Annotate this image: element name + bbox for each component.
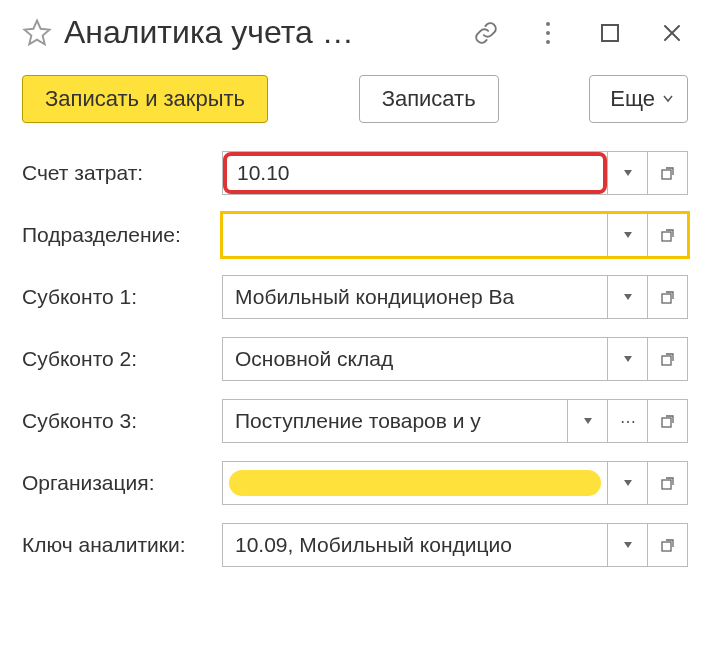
input-analytics-key[interactable] bbox=[223, 524, 607, 566]
open-icon[interactable] bbox=[647, 214, 687, 256]
field-cost-account bbox=[222, 151, 688, 195]
svg-point-2 bbox=[546, 31, 550, 35]
input-organization-redacted[interactable] bbox=[223, 462, 607, 504]
label-division: Подразделение: bbox=[22, 223, 212, 247]
label-cost-account: Счет затрат: bbox=[22, 161, 212, 185]
ellipsis-icon[interactable]: ⋯ bbox=[607, 400, 647, 442]
dropdown-icon[interactable] bbox=[607, 338, 647, 380]
row-cost-account: Счет затрат: bbox=[22, 151, 688, 195]
field-subkonto3: ⋯ bbox=[222, 399, 688, 443]
label-subkonto3: Субконто 3: bbox=[22, 409, 212, 433]
svg-marker-11 bbox=[624, 294, 632, 300]
svg-marker-19 bbox=[624, 542, 632, 548]
row-organization: Организация: bbox=[22, 461, 688, 505]
svg-line-6 bbox=[665, 26, 679, 40]
open-icon[interactable] bbox=[647, 152, 687, 194]
row-analytics-key: Ключ аналитики: bbox=[22, 523, 688, 567]
row-subkonto2: Субконто 2: bbox=[22, 337, 688, 381]
dropdown-icon[interactable] bbox=[567, 400, 607, 442]
more-button[interactable]: Еще bbox=[589, 75, 688, 123]
svg-point-1 bbox=[546, 22, 550, 26]
kebab-menu-icon[interactable] bbox=[532, 17, 564, 49]
svg-rect-10 bbox=[662, 232, 671, 241]
dropdown-icon[interactable] bbox=[607, 152, 647, 194]
svg-point-3 bbox=[546, 40, 550, 44]
svg-rect-16 bbox=[662, 418, 671, 427]
field-division bbox=[222, 213, 688, 257]
svg-rect-4 bbox=[602, 25, 618, 41]
label-analytics-key: Ключ аналитики: bbox=[22, 533, 212, 557]
field-organization bbox=[222, 461, 688, 505]
input-division[interactable] bbox=[223, 214, 607, 256]
svg-line-5 bbox=[665, 26, 679, 40]
input-subkonto3[interactable] bbox=[223, 400, 567, 442]
dropdown-icon[interactable] bbox=[607, 524, 647, 566]
favorite-star-icon[interactable] bbox=[22, 18, 52, 48]
dropdown-icon[interactable] bbox=[607, 462, 647, 504]
svg-rect-8 bbox=[662, 170, 671, 179]
chevron-down-icon bbox=[663, 92, 673, 106]
save-button[interactable]: Записать bbox=[359, 75, 499, 123]
open-icon[interactable] bbox=[647, 276, 687, 318]
input-subkonto2[interactable] bbox=[223, 338, 607, 380]
dropdown-icon[interactable] bbox=[607, 214, 647, 256]
row-subkonto1: Субконто 1: bbox=[22, 275, 688, 319]
toolbar: Записать и закрыть Записать Еще bbox=[22, 75, 688, 123]
input-cost-account[interactable] bbox=[225, 154, 605, 192]
dropdown-icon[interactable] bbox=[607, 276, 647, 318]
label-subkonto2: Субконто 2: bbox=[22, 347, 212, 371]
svg-marker-15 bbox=[584, 418, 592, 424]
titlebar-actions bbox=[470, 17, 688, 49]
label-organization: Организация: bbox=[22, 471, 212, 495]
svg-rect-18 bbox=[662, 480, 671, 489]
titlebar: Аналитика учета … bbox=[22, 14, 688, 51]
field-subkonto2 bbox=[222, 337, 688, 381]
row-subkonto3: Субконто 3: ⋯ bbox=[22, 399, 688, 443]
open-icon[interactable] bbox=[647, 400, 687, 442]
open-icon[interactable] bbox=[647, 524, 687, 566]
svg-marker-17 bbox=[624, 480, 632, 486]
svg-rect-14 bbox=[662, 356, 671, 365]
save-and-close-button[interactable]: Записать и закрыть bbox=[22, 75, 268, 123]
row-division: Подразделение: bbox=[22, 213, 688, 257]
svg-marker-13 bbox=[624, 356, 632, 362]
maximize-icon[interactable] bbox=[594, 17, 626, 49]
page-title: Аналитика учета … bbox=[64, 14, 458, 51]
field-subkonto1 bbox=[222, 275, 688, 319]
svg-marker-7 bbox=[624, 170, 632, 176]
svg-marker-0 bbox=[25, 20, 50, 44]
label-subkonto1: Субконто 1: bbox=[22, 285, 212, 309]
form: Счет затрат: Подразделение: Субконто 1: bbox=[22, 151, 688, 567]
input-subkonto1[interactable] bbox=[223, 276, 607, 318]
open-icon[interactable] bbox=[647, 462, 687, 504]
more-button-label: Еще bbox=[610, 86, 655, 112]
link-icon[interactable] bbox=[470, 17, 502, 49]
field-analytics-key bbox=[222, 523, 688, 567]
svg-rect-12 bbox=[662, 294, 671, 303]
svg-rect-20 bbox=[662, 542, 671, 551]
svg-marker-9 bbox=[624, 232, 632, 238]
open-icon[interactable] bbox=[647, 338, 687, 380]
close-icon[interactable] bbox=[656, 17, 688, 49]
